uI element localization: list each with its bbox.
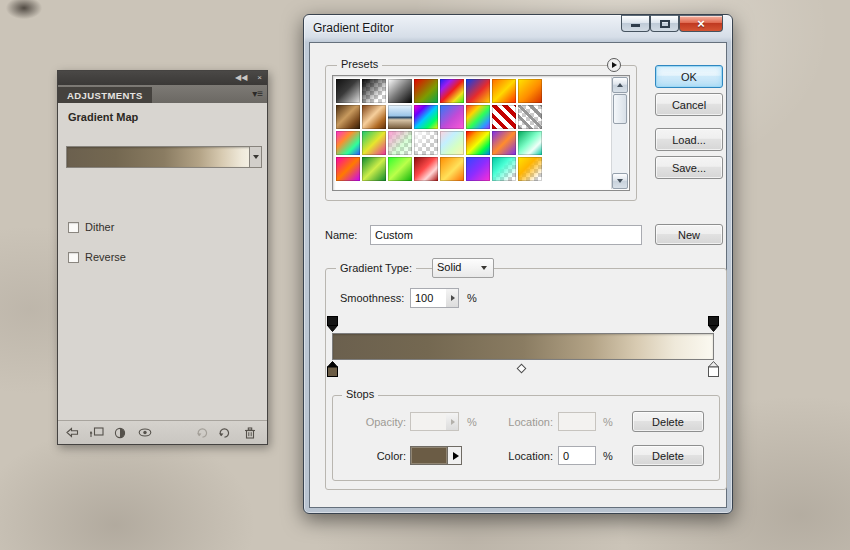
maximize-button[interactable] [650,15,679,32]
right-triangle-icon [453,452,459,460]
preset-swatch-6[interactable] [492,79,516,103]
smoothness-spinner[interactable] [446,288,459,308]
color-flyout-button[interactable] [448,446,462,465]
reverse-checkbox[interactable]: Reverse [68,251,126,263]
preset-swatch-16[interactable] [336,131,360,155]
dither-checkbox[interactable]: Dither [68,221,114,233]
preset-swatch-27[interactable] [414,157,438,181]
delete-color-stop-button[interactable]: Delete [632,445,704,466]
presets-list [332,75,630,191]
color-location-percent: % [603,450,613,462]
chevron-down-icon [253,155,259,159]
preset-swatch-21[interactable] [466,131,490,155]
preset-swatch-29[interactable] [466,157,490,181]
save-button[interactable]: Save... [655,156,723,179]
presets-scrollbar[interactable] [611,77,628,189]
new-button[interactable]: New [655,224,723,245]
load-button[interactable]: Load... [655,128,723,151]
dither-label: Dither [85,221,114,233]
preset-swatch-23[interactable] [518,131,542,155]
panel-close-icon[interactable]: × [252,71,267,85]
preset-swatch-9[interactable] [362,105,386,129]
presets-menu-flyout-button[interactable] [607,58,621,72]
preset-swatch-28[interactable] [440,157,464,181]
preset-swatch-1[interactable] [362,79,386,103]
preset-swatch-20[interactable] [440,131,464,155]
flyout-arrow-icon [612,62,617,68]
preset-swatch-24[interactable] [336,157,360,181]
preset-swatch-14[interactable] [492,105,516,129]
gradient-editor-dialog: Gradient Editor × Presets OK [303,14,733,514]
preset-swatch-19[interactable] [414,131,438,155]
color-location-label: Location: [495,450,553,462]
preset-swatch-2[interactable] [388,79,412,103]
adjustment-title: Gradient Map [68,111,138,123]
preset-swatch-18[interactable] [388,131,412,155]
dialog-titlebar[interactable]: Gradient Editor × [304,15,732,42]
adjustments-panel-body: Gradient Map Dither Reverse [58,103,267,444]
gradient-type-select[interactable]: Solid [432,258,494,278]
dither-checkbox-box[interactable] [68,222,79,233]
reset-arrow-icon[interactable] [196,427,209,439]
gradient-picker-dropdown[interactable] [249,147,261,167]
preset-swatch-17[interactable] [362,131,386,155]
panel-group-header: ◀◀× [58,71,267,85]
color-stop-left-selected[interactable] [327,361,338,377]
trash-icon[interactable] [244,427,256,439]
stops-label: Stops [342,388,378,400]
visibility-eye-icon[interactable] [138,427,152,438]
reverse-checkbox-box[interactable] [68,252,79,263]
chevron-down-icon [481,266,487,270]
preset-swatch-22[interactable] [492,131,516,155]
preset-swatch-7[interactable] [518,79,542,103]
smoothness-input[interactable] [410,288,447,308]
preset-swatch-4[interactable] [440,79,464,103]
preset-swatch-15[interactable] [518,105,542,129]
preset-swatch-13[interactable] [466,105,490,129]
preset-swatch-10[interactable] [388,105,412,129]
scroll-down-arrow[interactable] [612,173,628,189]
minimize-icon [631,24,640,27]
preset-swatch-3[interactable] [414,79,438,103]
clip-to-layer-icon[interactable] [90,427,104,438]
collapse-to-icons-icon[interactable]: ◀◀ [230,71,252,85]
preset-swatch-5[interactable] [466,79,490,103]
half-circle-icon[interactable] [114,427,126,439]
preset-swatch-31[interactable] [518,157,542,181]
scrollbar-thumb[interactable] [613,94,627,124]
cancel-button[interactable]: Cancel [655,93,723,116]
window-controls: × [621,15,723,32]
color-location-input[interactable] [558,446,596,465]
presets-label: Presets [337,58,382,70]
close-button[interactable]: × [679,15,723,32]
name-input[interactable] [370,225,642,245]
color-stop-right[interactable] [708,361,719,377]
delete-opacity-stop-button[interactable]: Delete [632,411,704,432]
opacity-stop-left[interactable] [327,316,338,332]
refresh-icon[interactable] [218,427,231,439]
color-swatch[interactable] [410,446,448,465]
minimize-button[interactable] [621,15,650,32]
scroll-up-arrow[interactable] [612,77,628,93]
presets-grid [335,78,545,182]
preset-swatch-26[interactable] [388,157,412,181]
preset-swatch-0[interactable] [336,79,360,103]
gradient-bar[interactable] [332,333,714,360]
opacity-input[interactable] [410,412,447,431]
preset-swatch-12[interactable] [440,105,464,129]
dialog-client-area: Presets OK Cancel Load... Save... Name: … [309,42,727,508]
opacity-stop-right[interactable] [708,316,719,332]
preset-swatch-25[interactable] [362,157,386,181]
opacity-location-label: Location: [495,416,553,428]
preset-swatch-30[interactable] [492,157,516,181]
opacity-spinner[interactable] [446,412,459,431]
panel-menu-icon[interactable]: ▾≡ [252,85,263,103]
back-arrow-icon[interactable] [66,427,79,438]
opacity-location-input[interactable] [558,412,596,431]
preset-swatch-11[interactable] [414,105,438,129]
close-icon: × [680,16,722,31]
preset-swatch-8[interactable] [336,105,360,129]
adjustments-footer-bar [58,420,267,444]
ok-button[interactable]: OK [655,65,723,88]
gradient-map-preview[interactable] [66,146,262,168]
